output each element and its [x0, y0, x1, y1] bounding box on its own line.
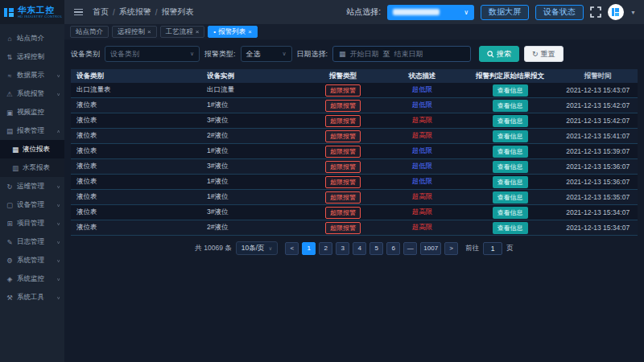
- view-info-button[interactable]: 查看信息: [493, 115, 528, 127]
- page-button-3[interactable]: 3: [336, 242, 349, 255]
- device-class-select[interactable]: 设备类别 ∨: [105, 46, 200, 62]
- page-button-5[interactable]: 5: [369, 242, 383, 255]
- chevron-down-icon: ∨: [269, 245, 273, 252]
- sidebar-item-project-management[interactable]: ⊞项目管理∨: [0, 214, 64, 232]
- close-icon[interactable]: ×: [147, 28, 151, 35]
- gear-icon: ⚙: [6, 257, 14, 265]
- table-header-row: 设备类别 设备实例 报警类型 状态描述 报警判定原始结果报文 报警时间: [71, 69, 638, 83]
- cell-alarm-type: 超限报警: [303, 100, 383, 112]
- chevron-down-icon: ∨: [56, 91, 60, 96]
- sidebar-item-system-monitor[interactable]: ◈系统监控∨: [0, 269, 64, 288]
- sidebar-item-device-management[interactable]: ▢设备管理∨: [0, 195, 64, 214]
- sidebar-item-report-management[interactable]: ▤报表管理∧: [0, 121, 64, 140]
- chevron-down-icon: ∨: [464, 9, 469, 16]
- goto-page-input[interactable]: [483, 242, 502, 255]
- tab-remote-control[interactable]: 远程控制×: [112, 26, 157, 38]
- view-info-button[interactable]: 查看信息: [493, 222, 528, 234]
- status-text: 超高限: [412, 208, 433, 217]
- prev-page-button[interactable]: <: [285, 242, 299, 255]
- sidebar-item-log-management[interactable]: ✎日志管理∨: [0, 232, 64, 251]
- alarm-type-badge: 超限报警: [325, 161, 361, 173]
- close-icon[interactable]: ×: [248, 28, 252, 35]
- alarm-type-select-value: 全选: [246, 49, 261, 60]
- filter-bar: 设备类别 设备类别 ∨ 报警类型: 全选 ∨ 日期选择: ▦ 开始日期 至 结束…: [71, 46, 638, 62]
- sidebar-item-ops-management[interactable]: ↻运维管理∨: [0, 177, 64, 195]
- content-panel: 设备类别 设备类别 ∨ 报警类型: 全选 ∨ 日期选择: ▦ 开始日期 至 结束…: [64, 39, 644, 255]
- goto-label: 前往: [465, 244, 479, 253]
- page-button-1007[interactable]: 1007: [420, 242, 441, 255]
- breadcrumb-item[interactable]: 首页: [93, 6, 109, 18]
- page-button-2[interactable]: 2: [319, 242, 332, 255]
- view-info-button[interactable]: 查看信息: [493, 176, 528, 188]
- page-button-4[interactable]: 4: [353, 242, 366, 255]
- page-size-select[interactable]: 10条/页 ∨: [236, 241, 279, 255]
- page-button-6[interactable]: 6: [386, 242, 400, 255]
- breadcrumb-item[interactable]: 报警列表: [162, 6, 194, 18]
- date-select-label: 日期选择:: [297, 49, 328, 60]
- alarm-type-select[interactable]: 全选 ∨: [241, 46, 292, 62]
- tab-alarm-list[interactable]: •报警列表×: [208, 26, 257, 38]
- device-status-button[interactable]: 设备状态: [535, 5, 584, 20]
- menu-collapse-icon[interactable]: [74, 9, 83, 16]
- pump-report-icon: ▥: [11, 164, 19, 172]
- view-info-button[interactable]: 查看信息: [493, 100, 528, 112]
- status-text: 超高限: [412, 116, 433, 125]
- view-info-button[interactable]: 查看信息: [493, 84, 528, 97]
- view-info-button[interactable]: 查看信息: [493, 130, 528, 142]
- chevron-down-icon: ∨: [190, 51, 194, 57]
- sidebar-item-remote-control[interactable]: ⇅远程控制: [0, 47, 64, 66]
- view-info-button[interactable]: 查看信息: [493, 207, 528, 219]
- col-status: 状态描述: [382, 72, 462, 81]
- sidebar-item-system-alarm[interactable]: ⚠系统报警∨: [0, 84, 64, 103]
- sidebar-item-pump-report[interactable]: ▥水泵报表: [0, 158, 64, 177]
- breadcrumb-item[interactable]: 系统报警: [119, 6, 151, 18]
- sidebar-item-video-monitor[interactable]: ▣视频监控: [0, 103, 64, 121]
- sidebar-item-system-management[interactable]: ⚙系统管理∨: [0, 251, 64, 269]
- alarm-type-badge: 超限报警: [325, 222, 361, 234]
- reset-button[interactable]: ↻ 重置: [524, 46, 564, 62]
- avatar[interactable]: [608, 4, 624, 20]
- cell-report: 查看信息: [462, 146, 559, 158]
- sidebar-item-label: 系统监控: [17, 274, 44, 284]
- date-range-input[interactable]: ▦ 开始日期 至 结束日期: [332, 46, 471, 62]
- breadcrumb-separator: /: [113, 8, 115, 17]
- cell-status: 超高限: [382, 208, 462, 217]
- project-icon: ⊞: [6, 220, 14, 228]
- search-icon: [487, 51, 494, 58]
- monitor-icon: ◈: [6, 275, 14, 283]
- cell-time: 2021-12-13 15:36:07: [558, 178, 638, 186]
- cell-device-class: 液位表: [71, 146, 207, 156]
- fullscreen-icon[interactable]: [590, 6, 601, 18]
- search-button[interactable]: 搜索: [479, 46, 519, 62]
- cell-device-class: 液位表: [71, 223, 207, 232]
- alarm-type-badge: 超限报警: [325, 115, 361, 127]
- cell-report: 查看信息: [462, 130, 559, 142]
- alarm-type-badge: 超限报警: [325, 100, 361, 112]
- sidebar-item-site-intro[interactable]: ⌂站点简介: [0, 29, 64, 47]
- data-screen-button[interactable]: 数据大屏: [481, 5, 529, 20]
- view-info-button[interactable]: 查看信息: [493, 146, 528, 158]
- table-row: 液位表2#液位超限报警超高限查看信息2021-12-13 15:34:07: [71, 220, 638, 236]
- avatar-caret-icon[interactable]: ▼: [630, 10, 636, 15]
- close-icon[interactable]: ×: [196, 28, 200, 35]
- col-device-instance: 设备实例: [207, 72, 303, 81]
- more-pages-button[interactable]: —: [403, 242, 417, 255]
- next-page-button[interactable]: >: [444, 242, 458, 255]
- sidebar-item-label: 站点简介: [17, 34, 44, 43]
- alarm-type-badge: 超限报警: [325, 207, 361, 219]
- tab-site-intro[interactable]: 站点简介: [70, 26, 109, 38]
- cell-alarm-type: 超限报警: [303, 222, 383, 234]
- view-info-button[interactable]: 查看信息: [493, 191, 528, 204]
- view-info-button[interactable]: 查看信息: [493, 161, 528, 173]
- tab-process-flow[interactable]: 工艺流程×: [160, 26, 205, 38]
- page-button-1[interactable]: 1: [302, 242, 316, 255]
- sidebar-item-system-tools[interactable]: ⚒系统工具∨: [0, 288, 64, 306]
- sidebar-item-level-report[interactable]: ▦液位报表: [0, 140, 64, 158]
- sidebar-item-data-display[interactable]: ≈数据展示∨: [0, 66, 64, 84]
- table-row: 液位表3#液位超限报警超低限查看信息2021-12-13 15:36:07: [71, 159, 638, 175]
- cell-status: 超低限: [382, 85, 462, 95]
- cell-status: 超低限: [382, 177, 462, 187]
- cell-device-instance: 3#液位: [207, 162, 303, 171]
- ops-icon: ↻: [6, 183, 14, 191]
- site-select-dropdown[interactable]: ∨: [387, 5, 474, 20]
